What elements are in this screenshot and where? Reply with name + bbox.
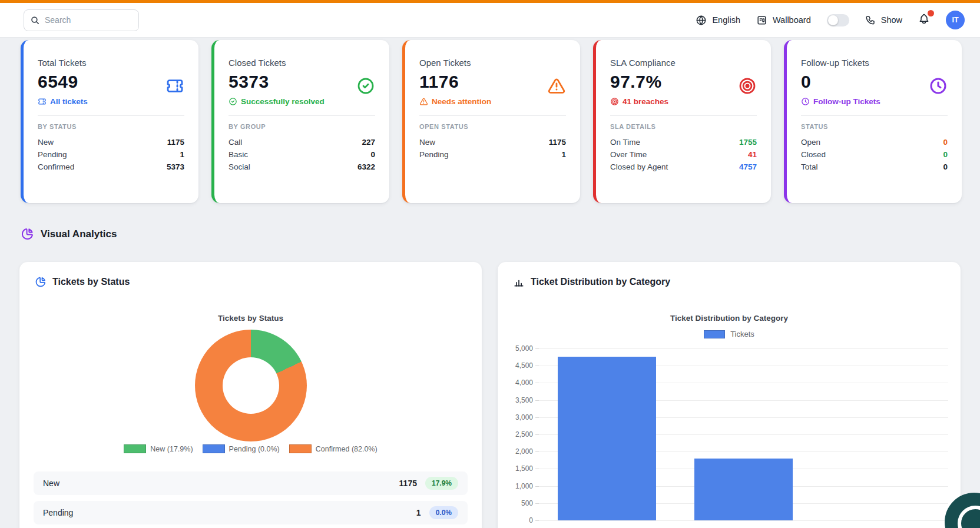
row-label: Confirmed: [38, 162, 74, 171]
globe-icon: [696, 15, 707, 26]
row-label: Pending: [43, 508, 416, 517]
legend-item-pending[interactable]: Pending (0.0%): [203, 444, 280, 453]
search-box[interactable]: [24, 9, 139, 31]
notifications-button[interactable]: [918, 13, 930, 27]
legend-swatch: [289, 444, 312, 453]
stat-value: 5373: [229, 72, 325, 92]
stat-value: 6549: [38, 72, 88, 92]
visual-analytics-section-header: Visual Analytics: [21, 227, 117, 241]
search-input[interactable]: [45, 15, 133, 25]
bar-legend[interactable]: Tickets: [498, 330, 961, 338]
gridline: [539, 348, 948, 349]
row-value: 4757: [739, 162, 757, 171]
wallboard-button[interactable]: Wallboard: [756, 15, 811, 26]
chart-card-title: Tickets by Status: [52, 277, 130, 287]
row-label: Over Time: [610, 150, 647, 159]
row-value: 1: [180, 150, 184, 159]
y-axis-tick: 1,500: [515, 464, 533, 473]
status-donut: [195, 330, 307, 441]
section-title: Visual Analytics: [41, 228, 117, 240]
divider: [419, 115, 566, 116]
stat-row: Confirmed5373: [38, 161, 184, 173]
show-calls-button[interactable]: Show: [865, 15, 902, 25]
legend-swatch: [704, 330, 725, 338]
row-label: Pending: [419, 150, 449, 159]
stat-value: 97.7%: [610, 72, 676, 92]
bar: [694, 459, 793, 520]
row-label: Open: [801, 138, 820, 147]
notification-dot: [928, 10, 934, 16]
check-circle-icon: [356, 77, 375, 106]
row-label: New: [38, 138, 54, 147]
gridline: [539, 520, 948, 521]
target-icon: [610, 97, 619, 106]
user-avatar[interactable]: IT: [946, 11, 965, 29]
target-icon: [738, 77, 757, 106]
row-value: 6322: [357, 162, 375, 171]
row-label: Total: [801, 162, 818, 171]
stat-card-total-tickets: Total Tickets 6549 All tickets BY STATUS…: [21, 40, 198, 203]
y-axis-tick: 2,000: [515, 447, 533, 456]
row-label: Social: [229, 162, 250, 171]
stat-section-label: OPEN STATUS: [419, 123, 566, 130]
wallboard-label: Wallboard: [773, 15, 811, 25]
stat-row: Basic0: [229, 148, 375, 161]
stat-row: New1175: [419, 136, 566, 148]
stat-row: Closed0: [801, 148, 948, 161]
stat-row: Pending1: [419, 148, 566, 161]
stat-section-label: STATUS: [801, 123, 948, 130]
bar-plot: [539, 348, 948, 520]
y-axis-tick: 3,500: [515, 396, 533, 404]
stat-title: Total Tickets: [38, 58, 88, 68]
all-tickets-link[interactable]: All tickets: [38, 97, 88, 106]
row-label: Call: [229, 138, 242, 147]
stat-card-closed-tickets: Closed Tickets 5373 Successfully resolve…: [211, 40, 389, 203]
row-label: Basic: [229, 150, 248, 159]
legend-swatch: [124, 444, 146, 453]
row-value: 1175: [549, 138, 566, 147]
row-label: New: [43, 479, 399, 488]
stat-value: 0: [801, 72, 880, 92]
bar-chart-title: Ticket Distribution by Category: [498, 314, 961, 323]
percent-badge: 17.9%: [425, 477, 458, 490]
stat-row: Social6322: [229, 161, 375, 173]
top-header: English Wallboard Show IT: [0, 3, 980, 38]
row-label: Closed by Agent: [610, 162, 668, 171]
percent-badge: 0.0%: [429, 506, 458, 519]
resolved-status: Successfully resolved: [229, 97, 325, 106]
divider: [229, 115, 375, 116]
row-label: Closed: [801, 150, 826, 159]
followup-tickets-link[interactable]: Follow-up Tickets: [801, 97, 880, 106]
legend-item-new[interactable]: New (17.9%): [124, 444, 193, 453]
bar-chart-icon: [513, 276, 525, 288]
bar-ylabels: 5,0004,5004,0003,5003,0002,5002,0001,500…: [498, 348, 533, 520]
stat-value: 1176: [419, 72, 491, 92]
y-axis-tick: 1,000: [515, 482, 533, 490]
language-label: English: [712, 15, 740, 25]
toggle-knob: [828, 15, 838, 25]
y-axis-tick: 4,000: [515, 378, 533, 387]
ticket-icon: [165, 77, 184, 106]
row-label: New: [419, 138, 435, 147]
stat-section-label: SLA DETAILS: [610, 123, 757, 130]
stat-title: Follow-up Tickets: [801, 58, 880, 68]
availability-toggle[interactable]: [827, 14, 849, 26]
chart-card-title: Ticket Distribution by Category: [531, 277, 670, 287]
legend-item-confirmed[interactable]: Confirmed (82.0%): [289, 444, 378, 453]
legend-label: Pending (0.0%): [229, 445, 280, 453]
ticket-distribution-card: Ticket Distribution by Category Ticket D…: [498, 262, 961, 528]
stat-title: Open Tickets: [419, 58, 491, 68]
pie-chart-icon: [35, 276, 47, 288]
row-value: 227: [362, 138, 375, 147]
row-value: 1175: [399, 479, 417, 488]
stat-title: Closed Tickets: [229, 58, 325, 68]
stat-row: On Time1755: [610, 136, 757, 148]
stat-card-sla-compliance: SLA Compliance 97.7% 41 breaches SLA DET…: [593, 40, 771, 203]
stat-sub-label: Follow-up Tickets: [813, 97, 880, 106]
pie-chart-icon: [21, 227, 34, 241]
y-axis-tick: 500: [521, 499, 533, 507]
language-selector[interactable]: English: [696, 15, 740, 26]
stat-row: Over Time41: [610, 148, 757, 161]
stat-sub-label: Successfully resolved: [241, 97, 325, 106]
row-label: On Time: [610, 138, 640, 147]
